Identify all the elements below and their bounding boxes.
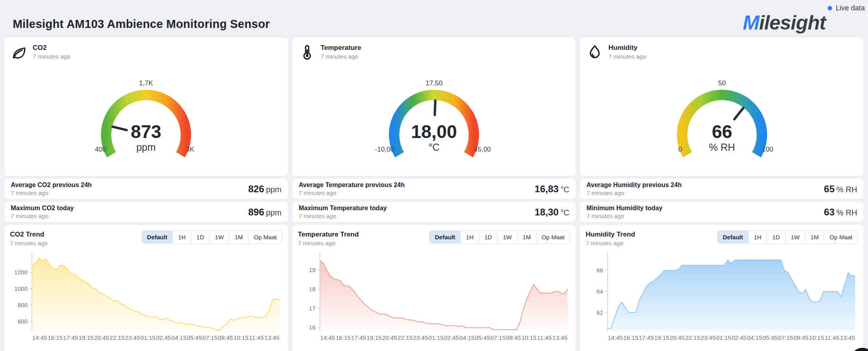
trend-card: Humidity Trend 7 minutes ago Default1H1D… [580,225,864,351]
gauge-unit: ppm [136,142,156,153]
range-button-1h[interactable]: 1H [460,231,479,243]
logo-m: M [743,12,759,34]
range-button-1d[interactable]: 1D [767,231,785,243]
x-axis-label: 20:45 [94,334,109,341]
stat-updated: 7 minutes ago [299,213,387,219]
stat-updated: 7 minutes ago [586,213,662,219]
gauge-title: Humidity [608,44,646,52]
gauge-max-label: 45,00 [474,146,491,153]
gauge-unit: °C [428,142,440,153]
gauge-head-text: Temperature 7 minutes ago [321,44,361,60]
stat-text: Average CO2 previous 24h 7 minutes ago [11,181,92,196]
x-axis-label: 05:45 [475,334,490,341]
range-button-op-maat[interactable]: Op Maat [824,231,858,243]
stat-value: 16,83 °C [535,183,569,195]
stat-label: Minimum Humidity today [586,205,662,212]
y-axis-label: 16 [309,324,316,331]
gauge-mid-label: 17,50 [426,79,443,87]
y-axis-label: 19 [309,266,316,273]
trend-chart[interactable]: 62646614:4516:1517:4519:1520:4522:1523:4… [586,250,858,351]
stat-unit: % RH [836,208,857,217]
gauge-card-header: Humidity 7 minutes ago [586,44,857,61]
stat-card: Maximum Temperature today 7 minutes ago … [292,202,576,222]
x-axis-label: 01:15 [140,334,156,341]
trend-chart[interactable]: 6008001000120014:4516:1517:4519:1520:452… [10,250,282,351]
x-axis-label: 13:45 [264,334,280,341]
x-axis-label: 19:15 [79,334,94,341]
range-button-1w[interactable]: 1W [497,231,517,243]
gauge-card-header: Temperature 7 minutes ago [299,44,570,61]
stat-number: 16,83 [535,183,558,194]
y-axis-label: 62 [597,309,604,316]
gauge-min-label: -10,00 [375,146,394,153]
gauge-mid-label: 1,7K [139,79,154,87]
live-data-indicator: Live data [828,4,865,12]
range-button-1h[interactable]: 1H [172,231,191,243]
range-button-1h[interactable]: 1H [748,231,767,243]
x-axis-label: 08:45 [506,334,521,341]
gauge-svg: 17,50-10,0045,0018,00°C [366,79,502,167]
stat-card: Maximum CO2 today 7 minutes ago 896 ppm [4,202,288,222]
stat-number: 826 [248,183,264,194]
x-axis-label: 04:15 [747,334,762,341]
range-button-1m[interactable]: 1M [517,231,536,243]
stat-label: Maximum Temperature today [299,205,387,212]
x-axis-label: 04:15 [172,334,187,341]
range-button-op-maat[interactable]: Op Maat [536,231,570,243]
stat-text: Maximum CO2 today 7 minutes ago [11,205,74,219]
range-button-1d[interactable]: 1D [191,231,209,243]
x-axis-label: 14:45 [320,334,335,341]
stat-unit: % RH [836,185,857,194]
range-button-1w[interactable]: 1W [785,231,805,243]
trend-title: CO2 Trend [10,231,47,239]
gauge-unit: % RH [709,142,735,153]
range-button-default[interactable]: Default [142,231,173,243]
gauge-head-text: Humidity 7 minutes ago [608,44,646,60]
range-button-default[interactable]: Default [718,231,748,243]
trend-chart[interactable]: 1617181914:4516:1517:4519:1520:4522:1523… [298,250,570,351]
range-button-1m[interactable]: 1M [805,231,824,243]
stat-number: 65 [824,183,835,194]
series-area [32,258,280,331]
stat-updated: 7 minutes ago [586,189,682,196]
live-dot-icon [828,6,832,10]
trend-chart-svg: 62646614:4516:1517:4519:1520:4522:1523:4… [586,250,858,351]
x-axis-label: 23:45 [701,334,716,341]
stat-number: 896 [248,207,264,217]
range-button-1w[interactable]: 1W [209,231,229,243]
stat-unit: °C [560,208,569,217]
stat-label: Average CO2 previous 24h [11,181,92,189]
x-axis-label: 10:15 [521,334,537,341]
dashboard-grid: CO2 7 minutes ago 1,7K4003K873ppm Averag… [4,37,864,351]
x-axis-label: 02:45 [444,334,459,341]
x-axis-label: 11:45 [825,334,839,341]
stat-value: 896 ppm [248,207,281,218]
logo-rest: ilesight [759,12,826,34]
x-axis-label: 22:15 [397,334,412,341]
x-axis-label: 14:45 [608,334,623,341]
gauge-head-text: CO2 7 minutes ago [33,44,70,60]
range-button-op-maat[interactable]: Op Maat [248,231,282,243]
thermometer-icon [299,44,316,61]
gauge: 1,7K4003K873ppm [11,79,282,167]
range-button-1m[interactable]: 1M [229,231,248,243]
x-axis-label: 07:15 [490,334,505,341]
gauge-needle [734,108,743,119]
stat-number: 18,30 [535,207,558,217]
gauge-mid-label: 50 [718,79,726,87]
range-button-1d[interactable]: 1D [479,231,497,243]
stat-updated: 7 minutes ago [11,189,92,196]
x-axis-label: 11:45 [249,334,264,341]
gauge-title: CO2 [33,44,70,52]
stat-unit: °C [560,185,569,194]
sensor-column: Temperature 7 minutes ago 17,50-10,0045,… [292,37,576,351]
trend-head-text: CO2 Trend 7 minutes ago [10,231,47,246]
stat-value: 63 % RH [824,207,857,218]
series-area [608,260,855,331]
stat-updated: 7 minutes ago [299,189,405,196]
y-axis-label: 64 [597,288,604,295]
x-axis-label: 23:45 [413,334,428,341]
range-button-default[interactable]: Default [430,231,460,243]
x-axis-label: 04:15 [460,334,475,341]
gauge-svg: 1,7K4003K873ppm [78,79,214,167]
